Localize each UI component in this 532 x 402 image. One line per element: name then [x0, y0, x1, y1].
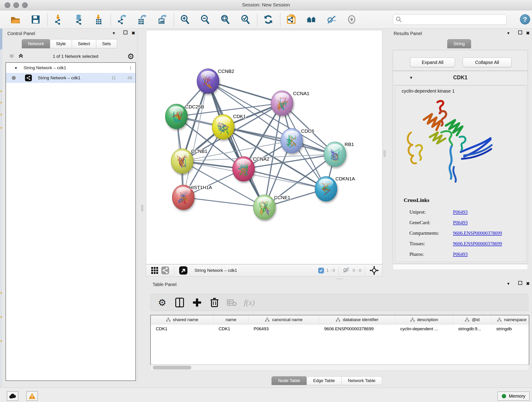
- expand-all-networks-icon[interactable]: [18, 53, 24, 60]
- network-options-gear-icon[interactable]: ⚙: [127, 52, 134, 60]
- import-network-file-button[interactable]: [53, 14, 64, 25]
- selected-nodes-checkbox-icon[interactable]: [318, 268, 324, 274]
- node-label: CDK1: [233, 114, 246, 119]
- column-header-database-identifier[interactable]: database identifier: [319, 315, 395, 324]
- export-table-button[interactable]: [137, 14, 147, 25]
- string-home-button[interactable]: [306, 14, 317, 25]
- network-node[interactable]: [271, 91, 293, 115]
- share-view-icon[interactable]: [160, 265, 171, 276]
- grid-view-icon[interactable]: [149, 265, 160, 276]
- column-header-description[interactable]: description: [395, 315, 453, 324]
- column-header-canonical-name[interactable]: canonical name: [249, 315, 319, 324]
- tab-select[interactable]: Select: [72, 39, 96, 48]
- hide-panels-button[interactable]: [326, 14, 337, 25]
- network-node[interactable]: [171, 149, 193, 173]
- tab-string[interactable]: String: [447, 39, 471, 48]
- collection-collapse-icon[interactable]: ▼: [14, 66, 18, 70]
- tab-network[interactable]: Network: [22, 39, 50, 48]
- scrollbar-thumb[interactable]: [153, 366, 191, 370]
- crosslink-link[interactable]: 9606.ENSP00000378699: [453, 241, 502, 247]
- network-canvas[interactable]: CCNB2CCNA1CDC25BCDK1CDC6RB1CCNB1CCNA2CDK…: [146, 30, 382, 264]
- table-cell[interactable]: 9606.ENSP00000378699: [319, 324, 395, 333]
- control-panel-float-icon[interactable]: [123, 31, 127, 36]
- node-table[interactable]: shared namenamecanonical namedatabase id…: [150, 315, 529, 365]
- column-header-name[interactable]: name: [214, 315, 249, 324]
- crosslink-label: Uniprot:: [409, 209, 453, 215]
- network-edge[interactable]: [208, 81, 264, 207]
- results-panel-close-icon[interactable]: ✖: [526, 31, 530, 36]
- network-node[interactable]: [324, 142, 346, 167]
- tab-sets[interactable]: Sets: [96, 39, 117, 48]
- network-node[interactable]: [281, 128, 303, 153]
- network-edge[interactable]: [208, 81, 282, 103]
- import-table-file-button[interactable]: [94, 14, 104, 25]
- import-network-database-button[interactable]: [73, 14, 84, 25]
- help-button[interactable]: ?: [520, 14, 530, 25]
- network-row[interactable]: String Network – cdk1 11 48: [6, 73, 135, 83]
- table-cell[interactable]: cyclin-dependent ...: [395, 324, 453, 333]
- network-node[interactable]: [165, 104, 187, 129]
- apply-preferred-layout-button[interactable]: [263, 14, 273, 25]
- tab-network-table[interactable]: Network Table: [341, 376, 382, 385]
- create-column-icon[interactable]: [192, 297, 202, 308]
- delete-column-icon[interactable]: [209, 297, 220, 308]
- network-node[interactable]: [315, 177, 337, 201]
- export-network-button[interactable]: [116, 14, 127, 25]
- tab-edge-table[interactable]: Edge Table: [307, 376, 342, 385]
- table-panel-float-icon[interactable]: [518, 281, 522, 286]
- right-splitter-handle[interactable]: [384, 150, 386, 157]
- column-header--id[interactable]: @id: [453, 315, 491, 324]
- network-node[interactable]: [233, 157, 254, 181]
- results-panel-float-icon[interactable]: [518, 31, 522, 36]
- collapse-all-networks-icon[interactable]: [9, 53, 15, 60]
- network-edge-count: 48: [127, 75, 132, 80]
- network-collection-row[interactable]: ▼ String Network – cdk1 1: [6, 63, 135, 73]
- table-panel-menu-icon[interactable]: ▾: [507, 281, 510, 286]
- zoom-selected-button[interactable]: [240, 14, 251, 25]
- network-node[interactable]: [253, 195, 275, 220]
- left-splitter-handle[interactable]: [141, 205, 143, 211]
- network-node[interactable]: [197, 69, 219, 94]
- network-node[interactable]: [212, 115, 234, 139]
- node-section-header[interactable]: ▼ CDK1: [393, 71, 528, 85]
- column-header-namespace[interactable]: namespace: [491, 315, 529, 324]
- zoom-out-button[interactable]: [200, 14, 210, 25]
- show-columns-icon[interactable]: [174, 297, 185, 308]
- control-panel-close-icon[interactable]: ✖: [132, 31, 135, 36]
- birdseye-view-icon[interactable]: [178, 265, 189, 276]
- table-cell[interactable]: stringdb: [491, 324, 529, 333]
- open-session-button[interactable]: [10, 14, 21, 25]
- crosslink-link[interactable]: 9606.ENSP00000378699: [453, 230, 502, 236]
- network-view-title: String Network – cdk1: [195, 268, 237, 273]
- zoom-fit-content-button[interactable]: [220, 14, 230, 25]
- pan-crosshair-icon[interactable]: [369, 265, 380, 276]
- crosslink-link[interactable]: P06493: [453, 251, 468, 257]
- results-panel-menu-icon[interactable]: ▾: [507, 31, 510, 36]
- export-image-button[interactable]: [157, 14, 167, 25]
- network-edge[interactable]: [183, 197, 264, 207]
- tab-style[interactable]: Style: [50, 39, 72, 48]
- crosslink-link[interactable]: P06493: [453, 209, 468, 215]
- zoom-in-button[interactable]: [180, 14, 190, 25]
- table-cell[interactable]: P06493: [249, 324, 319, 333]
- control-panel-menu-icon[interactable]: ▾: [113, 31, 115, 36]
- memory-button[interactable]: Memory: [497, 391, 530, 401]
- table-cell[interactable]: CDK1: [214, 324, 249, 333]
- cloud-button[interactable]: [7, 391, 18, 401]
- column-header-shared-name[interactable]: shared name: [151, 315, 214, 324]
- crosslink-link[interactable]: P06493: [453, 220, 468, 225]
- search-input[interactable]: [393, 14, 507, 25]
- show-panel-button[interactable]: [346, 14, 357, 25]
- table-panel-close-icon[interactable]: ✖: [526, 281, 530, 286]
- warning-button[interactable]: [26, 391, 38, 401]
- table-options-gear-icon[interactable]: ⚙: [157, 297, 167, 308]
- table-cell[interactable]: stringdb:9...: [453, 324, 491, 333]
- string-document-button[interactable]: [286, 14, 297, 25]
- table-horizontal-scrollbar[interactable]: [150, 365, 529, 370]
- tab-node-table[interactable]: Node Table: [272, 376, 307, 385]
- collapse-all-button[interactable]: Collapse All: [462, 57, 512, 67]
- table-cell[interactable]: CDK1: [151, 324, 214, 333]
- expand-all-button[interactable]: Expand All: [410, 57, 455, 67]
- network-edge[interactable]: [183, 81, 208, 197]
- save-session-button[interactable]: [30, 14, 41, 25]
